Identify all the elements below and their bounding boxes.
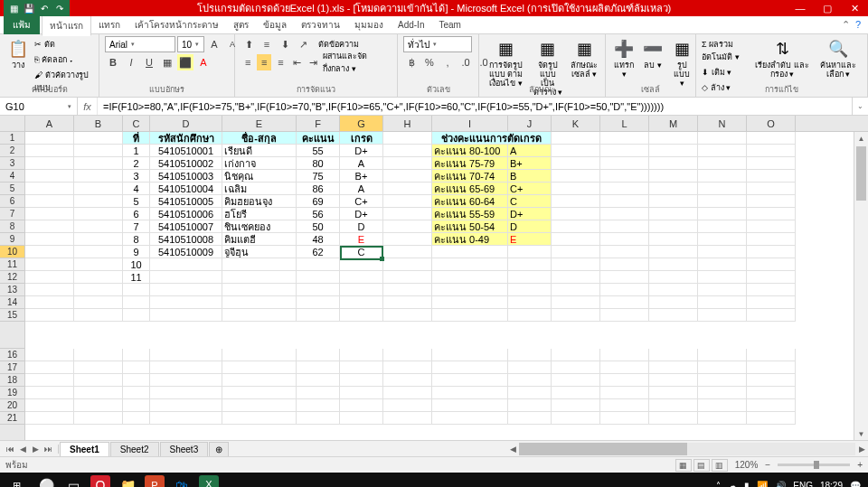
align-middle-icon[interactable]: ≡	[259, 36, 275, 52]
cell[interactable]	[150, 387, 222, 399]
cell[interactable]	[340, 271, 383, 284]
cell[interactable]	[600, 132, 649, 145]
cell[interactable]	[25, 208, 74, 220]
cell[interactable]	[297, 309, 340, 322]
cell[interactable]: 69	[297, 195, 340, 208]
cell[interactable]	[25, 183, 74, 195]
cell[interactable]: 5410510005	[150, 195, 222, 208]
cell[interactable]: 62	[297, 246, 340, 258]
cell[interactable]	[698, 399, 747, 412]
cell[interactable]	[74, 132, 123, 145]
tray-up-icon[interactable]: ˄	[716, 481, 721, 488]
cell[interactable]	[150, 399, 222, 412]
cell[interactable]	[150, 284, 222, 296]
cell[interactable]: คะแนน 50-54	[432, 220, 508, 233]
cell[interactable]	[747, 399, 796, 412]
align-center-icon[interactable]: ≡	[257, 54, 271, 70]
cell[interactable]	[508, 387, 552, 399]
cell[interactable]	[649, 387, 698, 399]
row-header[interactable]: 8	[0, 220, 24, 233]
cell[interactable]	[552, 208, 600, 220]
cell[interactable]	[74, 258, 123, 271]
col-header[interactable]: D	[150, 116, 222, 131]
cell[interactable]	[340, 309, 383, 322]
cell[interactable]	[150, 309, 222, 322]
onedrive-icon[interactable]: ☁	[728, 481, 737, 488]
cell[interactable]	[383, 246, 432, 258]
col-header[interactable]: B	[74, 116, 123, 131]
cell[interactable]	[74, 271, 123, 284]
cell[interactable]: คะแนน	[297, 132, 340, 145]
orientation-icon[interactable]: ↗	[295, 36, 311, 52]
language-indicator[interactable]: ENG	[793, 481, 813, 488]
cell[interactable]	[123, 349, 150, 361]
cell[interactable]	[74, 374, 123, 387]
store-icon[interactable]: 🛍	[168, 473, 195, 487]
cell[interactable]	[649, 208, 698, 220]
col-header[interactable]: A	[25, 116, 74, 131]
cell[interactable]	[698, 170, 747, 183]
col-header[interactable]: K	[552, 116, 600, 131]
cell[interactable]	[698, 145, 747, 157]
align-left-icon[interactable]: ≡	[241, 54, 255, 70]
row-header[interactable]: 2	[0, 145, 24, 157]
row-header[interactable]: 17	[0, 361, 24, 374]
redo-icon[interactable]: ↷	[53, 2, 66, 14]
fx-button[interactable]: fx	[78, 98, 98, 115]
cell[interactable]: 7	[123, 220, 150, 233]
cell[interactable]	[383, 349, 432, 361]
cell[interactable]	[698, 361, 747, 374]
cell[interactable]	[383, 195, 432, 208]
cell[interactable]	[508, 309, 552, 322]
cell[interactable]	[600, 271, 649, 284]
cell[interactable]	[297, 374, 340, 387]
tab-team[interactable]: Team	[431, 17, 467, 33]
normal-view-button[interactable]: ▦	[675, 459, 692, 472]
formula-input[interactable]: =IF(F10>=80,"A",IF(F10>=75,"B+",IF(F10>=…	[98, 98, 852, 115]
file-tab[interactable]: แฟ้ม	[4, 15, 40, 34]
cell[interactable]	[600, 208, 649, 220]
cell[interactable]	[297, 284, 340, 296]
cell[interactable]	[432, 296, 508, 309]
cell[interactable]: คะแนน 55-59	[432, 208, 508, 220]
cell[interactable]	[383, 271, 432, 284]
row-header[interactable]: 13	[0, 284, 24, 296]
cell[interactable]	[600, 309, 649, 322]
notification-icon[interactable]: 💬	[850, 481, 861, 488]
hscroll-right-icon[interactable]: ▶	[855, 445, 868, 454]
cell[interactable]: 11	[123, 271, 150, 284]
row-header[interactable]: 15	[0, 309, 24, 322]
align-right-icon[interactable]: ≡	[273, 54, 288, 70]
cell[interactable]	[747, 183, 796, 195]
cell[interactable]	[747, 195, 796, 208]
cell[interactable]	[747, 220, 796, 233]
underline-button[interactable]: U	[141, 54, 157, 70]
cell[interactable]	[297, 399, 340, 412]
cell[interactable]	[649, 349, 698, 361]
cell[interactable]	[552, 309, 600, 322]
cell[interactable]: E	[340, 233, 383, 246]
increase-indent-icon[interactable]: ⇥	[307, 54, 321, 70]
cell[interactable]	[150, 361, 222, 374]
cell[interactable]: 5410510006	[150, 208, 222, 220]
cell[interactable]	[747, 349, 796, 361]
increase-decimal-icon[interactable]: .0	[458, 54, 474, 70]
cell[interactable]	[25, 157, 74, 170]
tab-insert[interactable]: แทรก	[91, 15, 127, 34]
comma-icon[interactable]: ,	[439, 54, 456, 70]
cell[interactable]	[552, 132, 600, 145]
cell[interactable]	[747, 271, 796, 284]
row-header[interactable]: 5	[0, 183, 24, 195]
cell[interactable]: เฉลิม	[222, 183, 297, 195]
expand-formula-icon[interactable]: ⌄	[852, 98, 868, 115]
cell[interactable]	[600, 246, 649, 258]
opera-icon[interactable]: O	[90, 475, 110, 487]
cell[interactable]	[383, 233, 432, 246]
cell[interactable]	[747, 157, 796, 170]
cell[interactable]	[747, 132, 796, 145]
find-select-button[interactable]: 🔍ค้นหาและ เลือก ▾	[815, 36, 862, 81]
cell[interactable]	[123, 412, 150, 425]
cell[interactable]	[25, 296, 74, 309]
align-bottom-icon[interactable]: ⬇	[277, 36, 293, 52]
cell[interactable]: E	[508, 233, 552, 246]
